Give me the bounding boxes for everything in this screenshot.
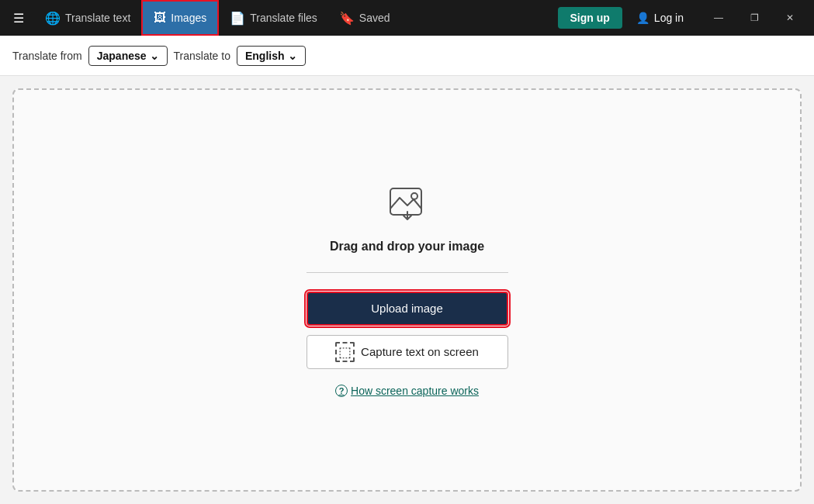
login-label: Log in — [654, 12, 684, 24]
signup-button[interactable]: Sign up — [558, 7, 622, 29]
image-upload-icon — [387, 184, 428, 224]
tab-translate-files[interactable]: 📄 Translate files — [219, 0, 328, 36]
tab-images-label: Images — [171, 12, 206, 24]
target-lang-label: English — [245, 50, 285, 62]
restore-button[interactable]: ❐ — [736, 0, 772, 36]
source-lang-label: Japanese — [97, 50, 147, 62]
user-icon: 👤 — [636, 12, 649, 24]
bookmark-icon: 🔖 — [339, 11, 355, 26]
tab-translate-text-label: Translate text — [65, 12, 130, 24]
minimize-button[interactable]: — — [701, 0, 736, 36]
svg-rect-0 — [390, 188, 421, 215]
hamburger-icon: ☰ — [13, 11, 24, 26]
upload-icon-wrapper — [387, 184, 428, 227]
translate-to-label: Translate to — [174, 50, 230, 62]
how-capture-label: How screen capture works — [351, 385, 479, 397]
titlebar: ☰ 🌐 Translate text 🖼 Images 📄 Translate … — [0, 0, 814, 36]
source-lang-chevron: ⌄ — [150, 50, 159, 62]
drag-drop-text: Drag and drop your image — [330, 240, 484, 254]
tab-images[interactable]: 🖼 Images — [141, 0, 219, 36]
tab-translate-files-label: Translate files — [250, 12, 317, 24]
menu-button[interactable]: ☰ — [6, 5, 31, 30]
target-language-selector[interactable]: English ⌄ — [237, 46, 306, 66]
source-language-selector[interactable]: Japanese ⌄ — [88, 46, 168, 66]
capture-screen-label: Capture text on screen — [361, 345, 479, 358]
globe-icon: 🌐 — [45, 11, 61, 26]
capture-icon: ⬚ — [335, 342, 355, 362]
svg-point-1 — [411, 193, 417, 199]
main-content: Drag and drop your image Upload image ⬚ … — [0, 76, 814, 504]
tab-saved[interactable]: 🔖 Saved — [328, 0, 401, 36]
restore-icon: ❐ — [750, 12, 759, 23]
file-icon: 📄 — [230, 11, 245, 26]
translate-from-label: Translate from — [12, 50, 82, 62]
question-circle-icon: ? — [335, 385, 348, 397]
close-icon: ✕ — [786, 12, 794, 23]
drop-zone[interactable]: Drag and drop your image Upload image ⬚ … — [12, 88, 802, 492]
images-icon: 🖼 — [154, 11, 166, 25]
titlebar-right: Sign up 👤 Log in — [558, 7, 691, 29]
tab-saved-label: Saved — [359, 12, 390, 24]
window-controls: — ❐ ✕ — [701, 0, 808, 36]
question-mark: ? — [339, 386, 345, 395]
close-button[interactable]: ✕ — [772, 0, 808, 36]
upload-image-button[interactable]: Upload image — [307, 292, 508, 326]
login-button[interactable]: 👤 Log in — [629, 7, 691, 29]
toolbar: Translate from Japanese ⌄ Translate to E… — [0, 36, 814, 76]
tab-translate-text[interactable]: 🌐 Translate text — [34, 0, 141, 36]
capture-screen-button[interactable]: ⬚ Capture text on screen — [307, 335, 508, 369]
how-screen-capture-link[interactable]: ? How screen capture works — [335, 385, 479, 397]
nav-tabs: 🌐 Translate text 🖼 Images 📄 Translate fi… — [34, 0, 555, 36]
divider-line — [307, 272, 508, 273]
target-lang-chevron: ⌄ — [288, 50, 297, 62]
minimize-icon: — — [714, 12, 723, 23]
